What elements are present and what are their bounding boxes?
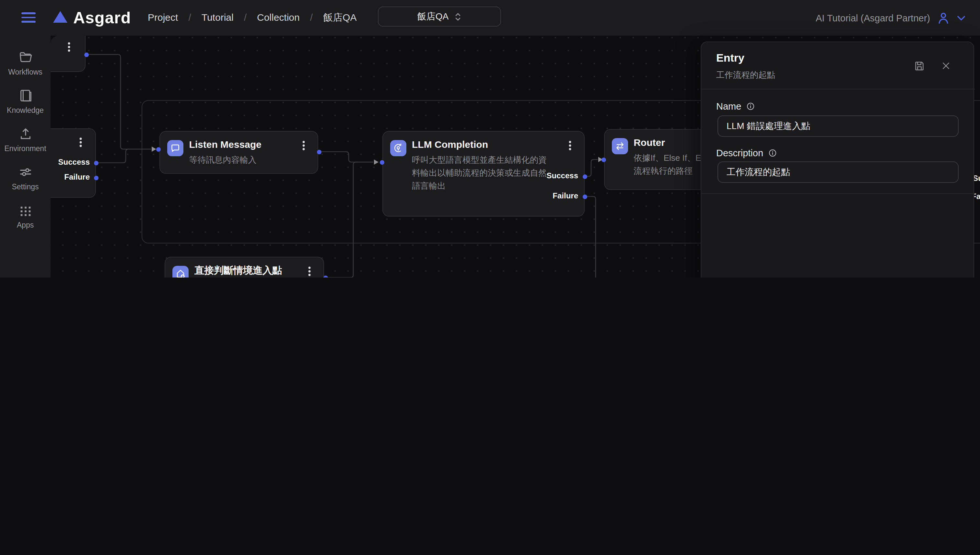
node-title: 直接判斷情境進入點 [194,264,282,276]
node-entry-direct[interactable]: 直接判斷情境進入點工作流程的起點 [165,257,324,278]
output-port[interactable] [317,149,321,154]
port-label-failure: Failure [520,191,578,201]
node-listen-message[interactable]: Listen Message等待訊息內容輸入 [159,131,318,173]
breadcrumb-current[interactable]: 飯店QA [323,12,357,24]
app-window: SuccessFailureListen Message等待訊息內容輸入LLM … [0,0,980,278]
sidebar-item-workflows[interactable]: Workflows [3,50,48,76]
workflow-selector[interactable]: 飯店QA [378,6,501,27]
updown-chevron-icon [454,12,461,21]
kebab-menu-icon[interactable] [565,140,575,154]
chat-node-icon [167,140,183,156]
edge-arrowhead [152,146,156,152]
asgard-logo-icon [53,11,67,23]
sidebar-item-environment[interactable]: Environment [3,127,48,152]
close-panel-button[interactable] [941,61,951,73]
kebab-menu-icon[interactable] [76,137,86,151]
kebab-menu-icon[interactable] [304,266,314,278]
kebab-menu-icon[interactable] [298,140,308,153]
account-label: AI Tutorial (Asgard Partner) [816,13,930,23]
node-properties-panel: Entry 工作流程的起點 Name Description [701,42,974,278]
output-port[interactable] [94,160,99,165]
save-button[interactable] [914,60,925,74]
output-port[interactable] [582,194,587,199]
sliders-icon [18,165,33,180]
breadcrumb-tutorial[interactable]: Tutorial [202,12,234,24]
node-title: Router [634,137,665,148]
node-unknown-top[interactable] [51,36,86,72]
folder-icon [18,50,33,65]
port-label-failure: Failure [51,172,90,181]
info-icon [768,149,777,157]
chevron-down-icon [957,14,966,21]
name-field-label: Name [716,101,755,112]
edge-connector [319,152,373,162]
edge-connector [96,149,151,163]
sidebar-item-knowledge[interactable]: Knowledge [3,88,48,114]
panel-title: Entry [716,52,745,65]
output-port[interactable] [84,52,88,57]
book-icon [18,88,33,103]
node-subtitle: 等待訊息內容輸入 [189,153,256,166]
top-navbar: Asgard Project/ Tutorial/ Collection/ 飯店… [0,0,980,36]
node-title: Listen Message [189,138,261,149]
breadcrumb-project[interactable]: Project [148,12,178,24]
panel-divider [701,193,975,194]
logo-text: Asgard [73,8,131,27]
llm-node-icon [390,140,406,156]
sidebar-label: Environment [4,144,46,152]
upload-icon [18,127,33,141]
sidebar-label: Settings [12,183,38,191]
breadcrumb-collection[interactable]: Collection [257,12,300,24]
panel-subtitle: 工作流程的起點 [716,69,775,81]
sidebar-label: Knowledge [7,106,44,114]
person-icon [936,10,951,25]
sidebar-item-settings[interactable]: Settings [3,165,48,191]
description-input[interactable] [717,162,959,183]
grid-icon [18,203,33,218]
input-port[interactable] [156,147,160,151]
info-icon [746,102,755,111]
sidebar-label: Apps [17,221,34,229]
save-icon [914,60,925,71]
router-node-icon [612,138,628,154]
sidebar-label: Workflows [8,68,42,76]
close-icon [941,61,951,71]
hamburger-menu-icon[interactable] [21,12,36,23]
node-subtitle: 依據If、Else If、E 流程執行的路徑 [634,152,701,178]
kebab-menu-icon[interactable] [64,42,74,55]
node-title: LLM Completion [412,139,488,150]
output-port[interactable] [94,175,99,180]
input-port[interactable] [380,160,384,164]
edge-connector [584,159,597,176]
sidebar-item-apps[interactable]: Apps [3,203,48,229]
edge-connector [325,162,373,278]
entry-node-icon [172,266,189,278]
edge-connector [86,55,151,149]
name-input[interactable] [717,115,959,137]
port-label-success: Success [51,157,90,167]
edge-arrowhead [374,159,378,165]
account-menu[interactable]: AI Tutorial (Asgard Partner) [816,0,966,36]
panel-divider [701,89,975,90]
output-port[interactable] [582,174,587,179]
left-sidebar: Workflows Knowledge Environment Settings… [0,36,51,278]
input-port[interactable] [601,157,606,162]
breadcrumb: Project/ Tutorial/ Collection/ 飯店QA [148,12,357,24]
port-label-success: Success [520,171,578,180]
description-field-label: Description [716,148,777,158]
